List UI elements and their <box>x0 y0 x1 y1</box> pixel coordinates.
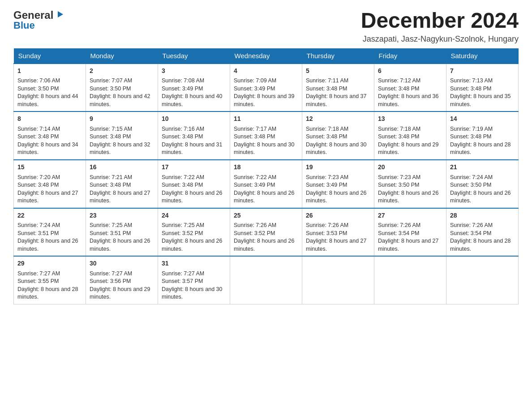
calendar-cell: 30Sunrise: 7:27 AMSunset: 3:56 PMDayligh… <box>86 256 158 304</box>
calendar-cell <box>374 256 446 304</box>
day-number: 27 <box>378 211 442 220</box>
day-number: 11 <box>234 115 298 124</box>
week-row-1: 1Sunrise: 7:06 AMSunset: 3:50 PMDaylight… <box>14 64 519 112</box>
day-info: Sunrise: 7:27 AMSunset: 3:55 PMDaylight:… <box>17 270 82 301</box>
day-info: Sunrise: 7:22 AMSunset: 3:48 PMDaylight:… <box>162 174 226 205</box>
calendar-cell: 12Sunrise: 7:18 AMSunset: 3:48 PMDayligh… <box>302 111 374 160</box>
week-row-2: 8Sunrise: 7:14 AMSunset: 3:48 PMDaylight… <box>14 111 519 160</box>
page-header: General Blue December 2024 Jaszapati, Ja… <box>13 9 519 44</box>
day-number: 28 <box>450 211 515 220</box>
day-info: Sunrise: 7:15 AMSunset: 3:48 PMDaylight:… <box>90 125 154 157</box>
calendar-cell: 9Sunrise: 7:15 AMSunset: 3:48 PMDaylight… <box>86 111 158 160</box>
day-number: 12 <box>306 115 370 124</box>
month-title: December 2024 <box>361 9 519 33</box>
header-wednesday: Wednesday <box>230 48 302 64</box>
day-info: Sunrise: 7:25 AMSunset: 3:52 PMDaylight:… <box>162 222 226 253</box>
calendar-cell: 26Sunrise: 7:26 AMSunset: 3:53 PMDayligh… <box>302 208 374 257</box>
header-sunday: Sunday <box>14 48 86 64</box>
week-row-5: 29Sunrise: 7:27 AMSunset: 3:55 PMDayligh… <box>14 256 519 304</box>
calendar-cell: 18Sunrise: 7:22 AMSunset: 3:49 PMDayligh… <box>230 160 302 208</box>
header-thursday: Thursday <box>302 48 374 64</box>
day-info: Sunrise: 7:19 AMSunset: 3:48 PMDaylight:… <box>450 125 515 157</box>
day-info: Sunrise: 7:27 AMSunset: 3:56 PMDaylight:… <box>90 270 154 301</box>
day-info: Sunrise: 7:06 AMSunset: 3:50 PMDaylight:… <box>17 77 82 108</box>
day-number: 2 <box>90 67 154 76</box>
day-number: 1 <box>17 67 82 76</box>
svg-marker-0 <box>58 11 63 17</box>
header-tuesday: Tuesday <box>158 48 230 64</box>
calendar-cell: 3Sunrise: 7:08 AMSunset: 3:49 PMDaylight… <box>158 64 230 112</box>
logo-arrow-icon <box>54 9 64 21</box>
calendar-cell: 14Sunrise: 7:19 AMSunset: 3:48 PMDayligh… <box>446 111 519 160</box>
day-number: 21 <box>450 163 515 172</box>
calendar-cell: 27Sunrise: 7:26 AMSunset: 3:54 PMDayligh… <box>374 208 446 257</box>
calendar-cell: 16Sunrise: 7:21 AMSunset: 3:48 PMDayligh… <box>86 160 158 208</box>
calendar-cell: 31Sunrise: 7:27 AMSunset: 3:57 PMDayligh… <box>158 256 230 304</box>
calendar-cell: 11Sunrise: 7:17 AMSunset: 3:48 PMDayligh… <box>230 111 302 160</box>
day-info: Sunrise: 7:16 AMSunset: 3:48 PMDaylight:… <box>162 125 226 157</box>
day-info: Sunrise: 7:07 AMSunset: 3:50 PMDaylight:… <box>90 77 154 108</box>
day-number: 16 <box>90 163 154 172</box>
day-info: Sunrise: 7:17 AMSunset: 3:48 PMDaylight:… <box>234 125 298 157</box>
calendar-cell <box>230 256 302 304</box>
day-number: 18 <box>234 163 298 172</box>
calendar-cell: 10Sunrise: 7:16 AMSunset: 3:48 PMDayligh… <box>158 111 230 160</box>
calendar-cell: 1Sunrise: 7:06 AMSunset: 3:50 PMDaylight… <box>14 64 86 112</box>
logo: General Blue <box>13 9 64 31</box>
day-info: Sunrise: 7:22 AMSunset: 3:49 PMDaylight:… <box>234 174 298 205</box>
day-number: 22 <box>17 211 82 220</box>
day-info: Sunrise: 7:20 AMSunset: 3:48 PMDaylight:… <box>17 174 82 205</box>
calendar-cell: 20Sunrise: 7:23 AMSunset: 3:50 PMDayligh… <box>374 160 446 208</box>
calendar-cell: 8Sunrise: 7:14 AMSunset: 3:48 PMDaylight… <box>14 111 86 160</box>
calendar-cell <box>302 256 374 304</box>
calendar-cell: 23Sunrise: 7:25 AMSunset: 3:51 PMDayligh… <box>86 208 158 257</box>
logo-blue-text: Blue <box>13 20 35 31</box>
day-info: Sunrise: 7:08 AMSunset: 3:49 PMDaylight:… <box>162 77 226 108</box>
day-info: Sunrise: 7:11 AMSunset: 3:48 PMDaylight:… <box>306 77 370 108</box>
calendar-cell: 22Sunrise: 7:24 AMSunset: 3:51 PMDayligh… <box>14 208 86 257</box>
day-info: Sunrise: 7:14 AMSunset: 3:48 PMDaylight:… <box>17 125 82 157</box>
title-block: December 2024 Jaszapati, Jasz-Nagykun-Sz… <box>361 9 519 44</box>
calendar-cell: 15Sunrise: 7:20 AMSunset: 3:48 PMDayligh… <box>14 160 86 208</box>
calendar-cell: 28Sunrise: 7:26 AMSunset: 3:54 PMDayligh… <box>446 208 519 257</box>
day-info: Sunrise: 7:26 AMSunset: 3:53 PMDaylight:… <box>306 222 370 253</box>
day-number: 14 <box>450 115 515 124</box>
week-row-4: 22Sunrise: 7:24 AMSunset: 3:51 PMDayligh… <box>14 208 519 257</box>
day-info: Sunrise: 7:23 AMSunset: 3:50 PMDaylight:… <box>378 174 442 205</box>
day-info: Sunrise: 7:26 AMSunset: 3:54 PMDaylight:… <box>378 222 442 253</box>
day-number: 4 <box>234 67 298 76</box>
calendar-cell: 29Sunrise: 7:27 AMSunset: 3:55 PMDayligh… <box>14 256 86 304</box>
day-number: 13 <box>378 115 442 124</box>
day-number: 30 <box>90 259 154 268</box>
day-number: 20 <box>378 163 442 172</box>
calendar-cell: 17Sunrise: 7:22 AMSunset: 3:48 PMDayligh… <box>158 160 230 208</box>
day-info: Sunrise: 7:25 AMSunset: 3:51 PMDaylight:… <box>90 222 154 253</box>
calendar-cell: 2Sunrise: 7:07 AMSunset: 3:50 PMDaylight… <box>86 64 158 112</box>
day-info: Sunrise: 7:21 AMSunset: 3:48 PMDaylight:… <box>90 174 154 205</box>
day-number: 29 <box>17 259 82 268</box>
day-info: Sunrise: 7:23 AMSunset: 3:49 PMDaylight:… <box>306 174 370 205</box>
header-monday: Monday <box>86 48 158 64</box>
day-number: 8 <box>17 115 82 124</box>
calendar-cell: 19Sunrise: 7:23 AMSunset: 3:49 PMDayligh… <box>302 160 374 208</box>
day-info: Sunrise: 7:09 AMSunset: 3:49 PMDaylight:… <box>234 77 298 108</box>
calendar-cell: 25Sunrise: 7:26 AMSunset: 3:52 PMDayligh… <box>230 208 302 257</box>
calendar-cell: 6Sunrise: 7:12 AMSunset: 3:48 PMDaylight… <box>374 64 446 112</box>
calendar-cell: 21Sunrise: 7:24 AMSunset: 3:50 PMDayligh… <box>446 160 519 208</box>
day-number: 23 <box>90 211 154 220</box>
calendar-table: SundayMondayTuesdayWednesdayThursdayFrid… <box>13 48 519 304</box>
day-number: 17 <box>162 163 226 172</box>
day-number: 5 <box>306 67 370 76</box>
day-info: Sunrise: 7:13 AMSunset: 3:48 PMDaylight:… <box>450 77 515 108</box>
header-saturday: Saturday <box>446 48 519 64</box>
day-number: 24 <box>162 211 226 220</box>
calendar-cell: 7Sunrise: 7:13 AMSunset: 3:48 PMDaylight… <box>446 64 519 112</box>
day-info: Sunrise: 7:26 AMSunset: 3:54 PMDaylight:… <box>450 222 515 253</box>
location-text: Jaszapati, Jasz-Nagykun-Szolnok, Hungary <box>361 34 519 44</box>
calendar-cell: 5Sunrise: 7:11 AMSunset: 3:48 PMDaylight… <box>302 64 374 112</box>
calendar-cell: 4Sunrise: 7:09 AMSunset: 3:49 PMDaylight… <box>230 64 302 112</box>
day-number: 15 <box>17 163 82 172</box>
day-number: 6 <box>378 67 442 76</box>
day-info: Sunrise: 7:18 AMSunset: 3:48 PMDaylight:… <box>378 125 442 157</box>
day-number: 10 <box>162 115 226 124</box>
